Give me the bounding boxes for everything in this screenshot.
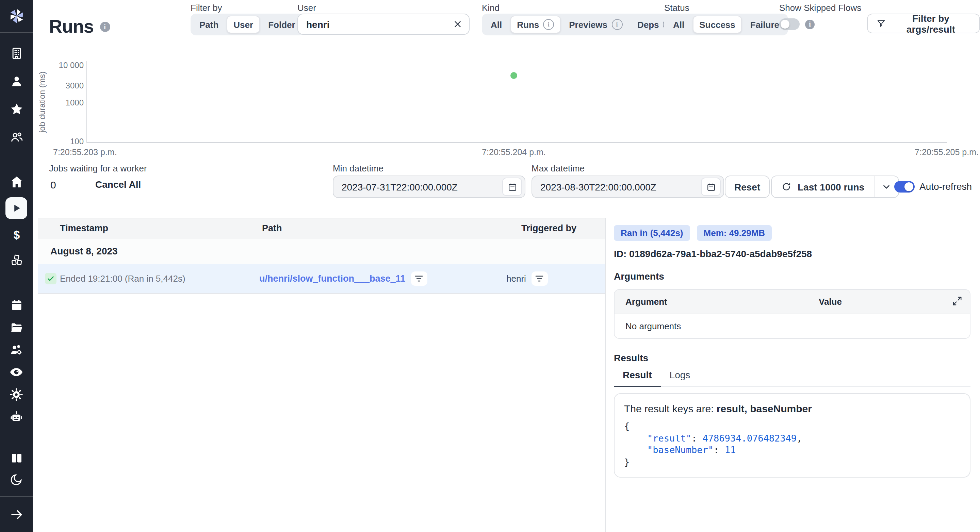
date-group-label: August 8, 2023 xyxy=(50,246,118,256)
sidebar-item-docs[interactable] xyxy=(5,448,27,467)
chevron-down-icon xyxy=(881,182,891,192)
y-tick-100: 100 xyxy=(43,137,84,146)
max-datetime-value[interactable]: 2023-08-30T22:00:00.000Z xyxy=(540,181,701,192)
run-row-selected[interactable]: Ended 19:21:00 (Ran in 5,442s) u/henri/s… xyxy=(38,264,605,294)
x-tick-left: 7:20:55.203 p.m. xyxy=(53,148,117,157)
expand-arguments-button[interactable] xyxy=(952,296,962,309)
results-tabs: Result Logs xyxy=(614,369,970,387)
kind-all-button[interactable]: All xyxy=(484,16,509,33)
sidebar-item-resources[interactable] xyxy=(5,250,27,269)
column-timestamp: Timestamp xyxy=(60,218,108,239)
sidebar-item-users-groups[interactable] xyxy=(5,127,27,146)
runs-count-select: Last 1000 runs xyxy=(771,176,899,198)
sidebar-item-workspace[interactable] xyxy=(5,43,27,63)
json-open-brace: { xyxy=(624,421,960,432)
filter-by-path-chip[interactable] xyxy=(411,272,427,286)
sidebar-divider xyxy=(0,32,33,33)
home-icon xyxy=(9,175,24,189)
min-datetime-calendar-button[interactable] xyxy=(502,178,522,196)
kind-runs-button[interactable]: Runs xyxy=(510,16,561,33)
last-1000-runs-button[interactable]: Last 1000 runs xyxy=(772,176,874,197)
duration-badge: Ran in (5,442s) xyxy=(614,225,690,241)
tab-result[interactable]: Result xyxy=(614,369,661,387)
windmill-pinwheel-icon xyxy=(7,7,25,25)
run-triggered-by: henri xyxy=(506,273,526,284)
sidebar-item-groups-admin[interactable] xyxy=(5,340,27,359)
screenshot-viewport: $ xyxy=(0,0,980,532)
max-datetime-calendar-button[interactable] xyxy=(701,178,721,196)
sidebar-item-workers[interactable] xyxy=(5,408,27,427)
maximize-icon xyxy=(952,296,962,306)
min-datetime-field[interactable]: 2023-07-31T22:00:00.000Z xyxy=(333,176,525,198)
jobs-waiting-label: Jobs waiting for a worker xyxy=(49,163,147,173)
min-datetime-label: Min datetime xyxy=(333,163,383,173)
sidebar-item-schedules[interactable] xyxy=(5,295,27,314)
run-timestamp: Ended 19:21:00 (Ran in 5,442s) xyxy=(60,273,185,284)
status-all-button[interactable]: All xyxy=(666,16,691,33)
filter-by-segmented: Path User Folder xyxy=(191,14,304,35)
status-label: Status xyxy=(664,3,689,13)
jobs-waiting-count: 0 xyxy=(50,179,56,191)
sidebar-item-runs-active[interactable] xyxy=(5,197,27,219)
results-title: Results xyxy=(614,353,648,363)
sidebar-item-user[interactable] xyxy=(5,71,27,91)
sidebar-item-folders[interactable] xyxy=(5,318,27,337)
runs-info-icon[interactable] xyxy=(100,22,110,32)
arrow-right-icon xyxy=(9,507,24,521)
reset-button[interactable]: Reset xyxy=(725,176,770,198)
tab-logs[interactable]: Logs xyxy=(661,369,699,387)
arguments-table-header: Argument Value xyxy=(614,290,970,314)
sidebar-item-home[interactable] xyxy=(5,172,27,191)
sidebar-item-favorites[interactable] xyxy=(5,99,27,118)
main-content: Runs Filter by Path User Folder User Kin… xyxy=(33,0,980,532)
calendar-small-icon xyxy=(508,182,517,192)
filter-by-args-result-button[interactable]: Filter by args/result xyxy=(867,14,980,33)
clear-x-icon[interactable] xyxy=(453,20,462,29)
json-line-basenumber: "baseNumber": 11 xyxy=(624,444,960,456)
runs-table-header: Timestamp Path Triggered by xyxy=(38,218,605,240)
previews-kind-info-icon[interactable] xyxy=(611,19,622,30)
sidebar: $ xyxy=(0,0,33,532)
chart-x-axis-line xyxy=(86,142,947,143)
success-check-icon xyxy=(45,273,56,284)
filter-by-folder-button[interactable]: Folder xyxy=(261,16,302,33)
show-skipped-flows-label: Show Skipped Flows xyxy=(779,3,861,13)
json-close-brace: } xyxy=(624,456,960,468)
show-skipped-flows-toggle[interactable] xyxy=(779,18,800,30)
min-datetime-value[interactable]: 2023-07-31T22:00:00.000Z xyxy=(342,181,502,192)
chart-data-point-success[interactable] xyxy=(511,72,517,79)
sidebar-item-dark-mode[interactable] xyxy=(5,470,27,489)
max-datetime-field[interactable]: 2023-08-30T22:00:00.000Z xyxy=(531,176,724,198)
sidebar-item-settings[interactable] xyxy=(5,385,27,404)
svg-text:$: $ xyxy=(13,228,20,241)
filter-by-path-button[interactable]: Path xyxy=(192,16,225,33)
filter-by-label: Filter by xyxy=(191,3,222,13)
run-path-link[interactable]: u/henri/slow_function___base_11 xyxy=(259,273,405,284)
result-json: { "result": 4786934.076482349, "baseNumb… xyxy=(624,421,960,468)
user-filter-label: User xyxy=(298,3,316,13)
auto-refresh-toggle[interactable] xyxy=(894,181,915,192)
filter-by-user-chip[interactable] xyxy=(531,272,548,286)
value-column: Value xyxy=(819,290,842,314)
result-keys: result, baseNumber xyxy=(717,403,812,414)
cancel-all-button[interactable]: Cancel All xyxy=(95,179,141,190)
building-icon xyxy=(9,46,24,60)
funnel-icon xyxy=(877,18,886,29)
kind-label: Kind xyxy=(482,3,500,13)
sidebar-expand-button[interactable] xyxy=(5,505,27,524)
calendar-small-icon xyxy=(706,182,716,192)
runs-kind-info-icon[interactable] xyxy=(543,19,554,30)
sidebar-item-audit-logs[interactable] xyxy=(5,363,27,382)
dollar-icon: $ xyxy=(9,227,24,242)
kind-previews-button[interactable]: Previews xyxy=(562,16,629,33)
filter-by-user-button[interactable]: User xyxy=(227,16,260,33)
user-filter-input[interactable] xyxy=(305,18,453,30)
windmill-logo[interactable] xyxy=(0,0,33,32)
status-success-button[interactable]: Success xyxy=(692,16,742,33)
play-icon xyxy=(10,202,23,215)
sidebar-item-variables[interactable]: $ xyxy=(5,225,27,244)
moon-icon xyxy=(10,473,23,486)
date-group-row: August 8, 2023 xyxy=(38,239,605,265)
show-skipped-flows-info-icon[interactable] xyxy=(805,19,815,29)
result-box: The result keys are: result, baseNumber … xyxy=(614,393,970,478)
